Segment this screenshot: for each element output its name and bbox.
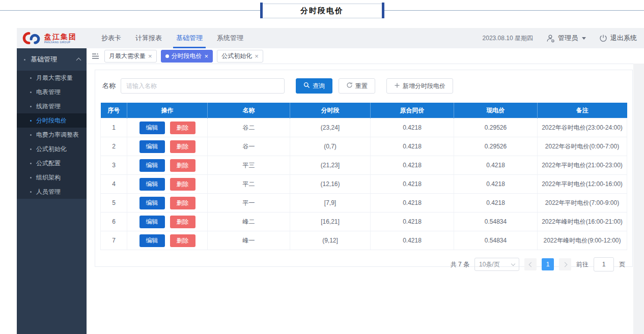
page-size-select[interactable]: 10条/页	[474, 258, 519, 271]
row-period: [7,9]	[290, 194, 371, 212]
goto-page-input[interactable]	[594, 257, 614, 271]
search-toolbar: 名称 查询 重置	[102, 78, 627, 94]
tabs-menu-icon[interactable]	[92, 53, 99, 59]
total-count: 共 7 条	[451, 260, 469, 269]
sidebar-item-tou-price[interactable]: 分时段电价	[17, 113, 87, 128]
row-contract-price: 0.4218	[371, 156, 454, 175]
sidebar-item-label: 公式配置	[36, 159, 61, 168]
sidebar-item-personnel-mgmt[interactable]: 人员管理	[17, 185, 87, 199]
reset-button-label: 重置	[355, 82, 368, 90]
bullet-icon	[30, 177, 32, 178]
edit-button[interactable]: 编辑	[139, 216, 165, 228]
row-period: [16,21]	[290, 212, 371, 231]
edit-button[interactable]: 编辑	[139, 197, 165, 209]
sidebar-item-power-factor-table[interactable]: 电费力率调整表	[17, 128, 87, 142]
user-menu[interactable]: 管理员	[546, 34, 586, 43]
row-contract-price: 0.4218	[371, 118, 454, 137]
bullet-icon	[30, 77, 32, 79]
sidebar-item-org-structure[interactable]: 组织架构	[17, 170, 87, 185]
row-period: (9,12]	[290, 231, 371, 250]
row-name: 谷二	[208, 118, 290, 137]
tab-label: 月最大需求量	[109, 52, 146, 60]
edit-button[interactable]: 编辑	[139, 159, 165, 172]
table-body: 1编辑删除谷二(23,24]0.42180.295262022年谷时电价(23:…	[101, 118, 627, 250]
power-icon	[599, 34, 607, 42]
sidebar-item-meter-mgmt[interactable]: 电表管理	[17, 85, 87, 99]
delete-button[interactable]: 删除	[170, 234, 195, 247]
row-name: 平一	[208, 194, 290, 212]
col-header-name: 名称	[208, 103, 290, 118]
tab-bar: 月最大需求量 × 分时段电价 × 公式初始化 ×	[87, 48, 644, 64]
logout-button[interactable]: 退出系统	[599, 34, 637, 43]
reset-button[interactable]: 重置	[339, 78, 375, 94]
row-current-price: 0.54834	[454, 231, 538, 250]
header-right: 2023.08.10 星期四 管理员	[483, 28, 637, 48]
row-contract-price: 0.4218	[371, 194, 454, 212]
sidebar-item-label: 月最大需求量	[36, 74, 73, 82]
user-name: 管理员	[558, 34, 578, 43]
content-card: 名称 查询 重置	[95, 70, 633, 267]
close-icon[interactable]: ×	[148, 53, 152, 59]
next-page-button[interactable]	[559, 258, 571, 270]
edit-button[interactable]: 编辑	[139, 122, 165, 134]
delete-button[interactable]: 删除	[170, 216, 195, 228]
search-input[interactable]	[121, 78, 285, 94]
close-icon[interactable]: ×	[205, 53, 209, 59]
chevron-down-icon	[511, 262, 515, 266]
table-header-row: 序号 操作 名称 分时段 原合同价 现电价 备注	[101, 103, 627, 118]
bullet-icon	[30, 134, 32, 136]
table-row: 5编辑删除平一[7,9]0.42180.42182022年平时电价(7:00-9…	[101, 194, 627, 212]
delete-button[interactable]: 删除	[170, 140, 195, 153]
tab-tou-price[interactable]: 分时段电价 ×	[161, 50, 213, 63]
chevron-right-icon	[562, 262, 567, 267]
row-name: 平三	[208, 156, 290, 175]
bullet-icon	[30, 92, 32, 93]
row-name: 峰一	[208, 231, 290, 250]
prev-page-button[interactable]	[524, 258, 537, 270]
nav-item-meter-card[interactable]: 抄表卡	[94, 28, 128, 48]
row-actions: 编辑删除	[127, 175, 208, 194]
delete-button[interactable]: 删除	[170, 122, 195, 134]
delete-button[interactable]: 删除	[170, 159, 195, 172]
edit-button[interactable]: 编辑	[139, 234, 165, 247]
banner-accent-left	[260, 3, 263, 18]
sidebar-item-formula-init[interactable]: 公式初始化	[17, 142, 87, 156]
add-tou-price-button[interactable]: 新增分时段电价	[386, 78, 453, 94]
edit-button[interactable]: 编辑	[139, 178, 165, 191]
table-row: 7编辑删除峰一(9,12]0.42180.548342022年峰时电价(9:00…	[101, 231, 627, 250]
row-name: 平二	[208, 175, 290, 194]
row-period: (12,16)	[290, 175, 371, 194]
nav-item-basic-mgmt[interactable]: 基础管理	[169, 28, 210, 48]
delete-button[interactable]: 删除	[170, 178, 195, 191]
goto-label: 前往	[576, 260, 589, 269]
col-header-contract-price: 原合同价	[371, 103, 454, 118]
row-actions: 编辑删除	[127, 231, 208, 250]
close-icon[interactable]: ×	[255, 53, 259, 59]
page-title: 分时段电价	[300, 6, 344, 16]
row-contract-price: 0.4218	[371, 231, 454, 250]
tab-label: 分时段电价	[172, 52, 202, 60]
sidebar-group-basic-mgmt[interactable]: 基础管理	[17, 48, 87, 71]
delete-button[interactable]: 删除	[170, 197, 195, 209]
tab-monthly-max-demand[interactable]: 月最大需求量 ×	[104, 50, 157, 63]
sidebar-item-label: 人员管理	[36, 188, 61, 196]
add-button-label: 新增分时段电价	[403, 82, 445, 90]
table-row: 3编辑删除平三(21,23]0.42180.42182022年平时电价(21:0…	[101, 156, 627, 175]
scrollbar[interactable]	[633, 64, 644, 334]
sidebar-item-formula-config[interactable]: 公式配置	[17, 156, 87, 170]
current-page[interactable]: 1	[542, 258, 554, 270]
row-remark: 2022年谷时电价(23:00-24:00)	[538, 118, 627, 137]
sidebar-submenu: 月最大需求量 电表管理 线路管理 分时段电价 电费力率调整表 公式初始化 公式配…	[17, 71, 87, 199]
row-current-price: 0.4218	[454, 175, 538, 194]
nav-item-system-mgmt[interactable]: 系统管理	[210, 28, 250, 48]
brand-text: 盘江集团 PANJIANG GROUP	[44, 33, 77, 44]
sidebar-item-label: 分时段电价	[36, 116, 67, 125]
logo-swirl-icon	[22, 32, 41, 45]
query-button[interactable]: 查询	[296, 78, 332, 94]
sidebar-item-monthly-max-demand[interactable]: 月最大需求量	[17, 71, 87, 85]
nav-item-calc-report[interactable]: 计算报表	[128, 28, 169, 48]
table-row: 1编辑删除谷二(23,24]0.42180.295262022年谷时电价(23:…	[101, 118, 627, 137]
tab-formula-init[interactable]: 公式初始化 ×	[217, 50, 263, 63]
edit-button[interactable]: 编辑	[139, 140, 165, 153]
sidebar-item-line-mgmt[interactable]: 线路管理	[17, 99, 87, 113]
